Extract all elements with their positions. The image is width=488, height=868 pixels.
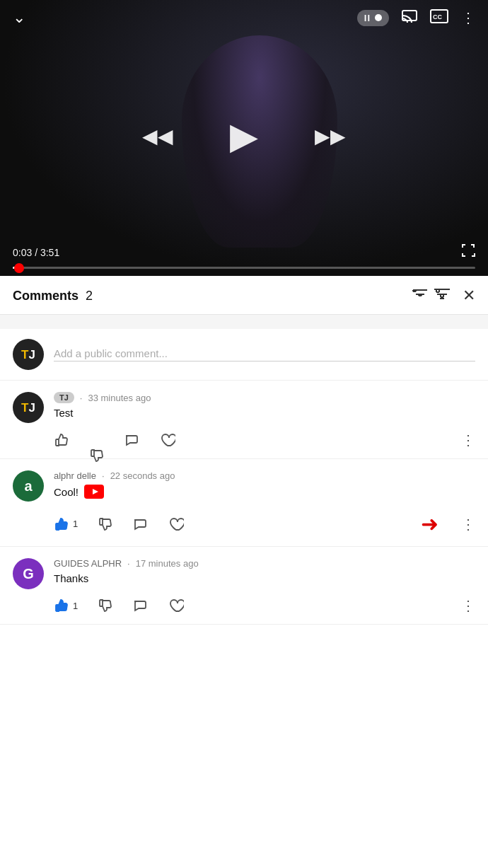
progress-bar[interactable] [13, 267, 475, 269]
avatar-letters: TJ [21, 347, 35, 362]
comment-body: TJ · 33 minutes ago Test ⋮ [54, 392, 475, 458]
heart-button[interactable] [168, 516, 184, 532]
video-bottom-bar: 0:03 / 3:51 [0, 239, 488, 276]
svg-text:CC: CC [433, 13, 442, 21]
comment-body: GUIDES ALPHR · 17 minutes ago Thanks 1 ⋮ [54, 558, 475, 624]
heart-button[interactable] [160, 432, 175, 448]
filter-icon[interactable] [412, 286, 451, 306]
comment-item: G GUIDES ALPHR · 17 minutes ago Thanks 1… [0, 547, 488, 625]
user-avatar: TJ [13, 339, 44, 370]
comment-meta: GUIDES ALPHR · 17 minutes ago [54, 558, 475, 569]
comment-body: alphr delle · 22 seconds ago Cool! 1 [54, 470, 475, 546]
red-arrow-indicator: ➜ [421, 511, 438, 536]
comment-author: alphr delle [54, 470, 96, 481]
comment-input[interactable]: Add a public comment... [54, 347, 475, 361]
fullscreen-icon[interactable] [461, 243, 475, 261]
video-top-bar: ⌄ II CC ⋮ [0, 0, 488, 33]
prev-button[interactable]: ◀◀ [142, 125, 173, 148]
cc-icon[interactable]: CC [430, 9, 448, 27]
like-button[interactable] [54, 432, 69, 448]
progress-dot[interactable] [14, 263, 24, 273]
heart-button[interactable] [168, 598, 184, 613]
sort-bar [0, 315, 488, 329]
comments-actions: ✕ [412, 286, 475, 306]
chevron-down-icon[interactable]: ⌄ [13, 8, 25, 27]
pause-toggle[interactable]: II [357, 10, 389, 26]
comment-actions: ⋮ [54, 426, 475, 458]
play-button[interactable]: ▶ [230, 115, 258, 157]
reply-button[interactable] [133, 598, 149, 613]
like-button[interactable]: 1 [54, 516, 78, 532]
next-button[interactable]: ▶▶ [315, 125, 346, 148]
comment-item: a alphr delle · 22 seconds ago Cool! 1 [0, 459, 488, 547]
top-right-controls: II CC ⋮ [357, 9, 475, 27]
comment-actions: 1 ⋮ [54, 591, 475, 624]
svg-marker-20 [93, 489, 98, 494]
comment-text: Test [54, 407, 475, 419]
avatar: TJ [13, 392, 44, 423]
dislike-button[interactable] [98, 516, 113, 532]
comment-more-button[interactable]: ⋮ [461, 432, 475, 449]
comments-count: 2 [86, 289, 93, 303]
comments-title-group: Comments 2 [13, 289, 93, 303]
comment-meta: TJ · 33 minutes ago [54, 392, 475, 403]
comment-time: 17 minutes ago [136, 558, 199, 569]
more-options-icon[interactable]: ⋮ [461, 9, 475, 26]
avatar: a [13, 470, 44, 502]
dislike-button[interactable] [89, 432, 105, 448]
comment-separator: · [80, 393, 83, 403]
comment-more-button[interactable]: ⋮ [461, 516, 475, 533]
avatar: G [13, 558, 44, 589]
reply-button[interactable] [124, 432, 140, 448]
comment-item: TJ TJ · 33 minutes ago Test ⋮ [0, 381, 488, 459]
youtube-icon [84, 485, 104, 499]
time-row: 0:03 / 3:51 [13, 243, 475, 261]
add-comment-row: TJ Add a public comment... [0, 329, 488, 381]
video-time: 0:03 / 3:51 [13, 247, 59, 258]
comment-actions: 1 ➜ ⋮ [54, 506, 475, 546]
comment-text: Thanks [54, 572, 475, 584]
video-player: ⌄ II CC ⋮ ◀◀ ▶ ▶▶ 0:03 / 3:51 [0, 0, 488, 276]
close-button[interactable]: ✕ [463, 287, 475, 305]
comment-text: Cool! [54, 485, 475, 499]
comment-time: 22 seconds ago [110, 470, 175, 481]
comments-title: Comments [13, 289, 79, 303]
like-button[interactable]: 1 [54, 598, 78, 613]
comment-time: 33 minutes ago [88, 393, 151, 403]
like-count: 1 [73, 601, 78, 611]
comment-author: GUIDES ALPHR [54, 558, 122, 569]
comments-header: Comments 2 ✕ [0, 276, 488, 315]
cast-icon[interactable] [402, 10, 417, 26]
reply-button[interactable] [133, 516, 149, 532]
comment-badge: TJ [54, 392, 74, 403]
like-count: 1 [73, 519, 78, 529]
dislike-button[interactable] [98, 598, 113, 613]
video-controls-center: ◀◀ ▶ ▶▶ [0, 33, 488, 239]
comment-meta: alphr delle · 22 seconds ago [54, 470, 475, 481]
comment-more-button[interactable]: ⋮ [461, 597, 475, 614]
